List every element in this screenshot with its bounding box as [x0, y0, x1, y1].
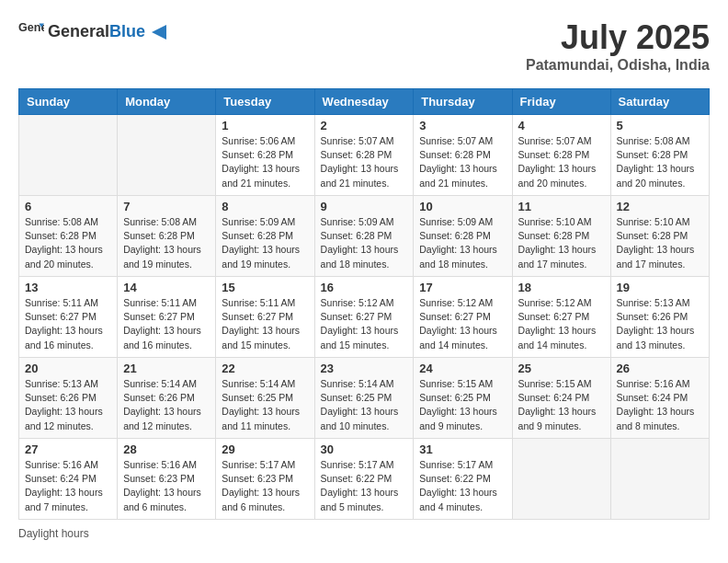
calendar-cell: 9Sunrise: 5:09 AM Sunset: 6:28 PM Daylig… — [314, 196, 414, 277]
calendar-cell — [512, 439, 610, 520]
calendar-cell — [19, 115, 118, 196]
calendar-cell: 26Sunrise: 5:16 AM Sunset: 6:24 PM Dayli… — [610, 358, 709, 439]
weekday-header: Monday — [118, 89, 216, 115]
subtitle: Patamundai, Odisha, India — [526, 57, 710, 74]
calendar-cell: 1Sunrise: 5:06 AM Sunset: 6:28 PM Daylig… — [216, 115, 314, 196]
day-info: Sunrise: 5:13 AM Sunset: 6:26 PM Dayligh… — [25, 377, 111, 433]
calendar-header: SundayMondayTuesdayWednesdayThursdayFrid… — [19, 89, 710, 115]
day-info: Sunrise: 5:09 AM Sunset: 6:28 PM Dayligh… — [321, 215, 408, 271]
day-info: Sunrise: 5:07 AM Sunset: 6:28 PM Dayligh… — [419, 134, 506, 190]
weekday-row: SundayMondayTuesdayWednesdayThursdayFrid… — [19, 89, 710, 115]
calendar-cell: 28Sunrise: 5:16 AM Sunset: 6:23 PM Dayli… — [118, 439, 216, 520]
day-info: Sunrise: 5:17 AM Sunset: 6:22 PM Dayligh… — [321, 458, 408, 514]
day-number: 6 — [25, 200, 111, 213]
calendar-cell: 20Sunrise: 5:13 AM Sunset: 6:26 PM Dayli… — [19, 358, 118, 439]
day-number: 26 — [617, 362, 703, 375]
weekday-header: Friday — [512, 89, 610, 115]
calendar-week-row: 27Sunrise: 5:16 AM Sunset: 6:24 PM Dayli… — [19, 439, 710, 520]
day-info: Sunrise: 5:16 AM Sunset: 6:24 PM Dayligh… — [25, 458, 111, 514]
calendar-cell — [610, 439, 709, 520]
calendar-cell: 30Sunrise: 5:17 AM Sunset: 6:22 PM Dayli… — [314, 439, 414, 520]
daylight-label: Daylight hours — [18, 527, 89, 540]
calendar-cell: 29Sunrise: 5:17 AM Sunset: 6:23 PM Dayli… — [216, 439, 314, 520]
day-number: 2 — [321, 119, 408, 132]
day-number: 29 — [222, 442, 308, 456]
day-info: Sunrise: 5:16 AM Sunset: 6:23 PM Dayligh… — [123, 458, 210, 514]
day-info: Sunrise: 5:08 AM Sunset: 6:28 PM Dayligh… — [617, 134, 703, 190]
day-number: 12 — [617, 200, 703, 213]
day-number: 14 — [123, 281, 210, 294]
calendar-cell: 11Sunrise: 5:10 AM Sunset: 6:28 PM Dayli… — [512, 196, 610, 277]
day-info: Sunrise: 5:12 AM Sunset: 6:27 PM Dayligh… — [518, 296, 605, 352]
calendar-cell: 3Sunrise: 5:07 AM Sunset: 6:28 PM Daylig… — [414, 115, 512, 196]
calendar-week-row: 20Sunrise: 5:13 AM Sunset: 6:26 PM Dayli… — [19, 358, 710, 439]
calendar-cell — [118, 115, 216, 196]
day-info: Sunrise: 5:14 AM Sunset: 6:25 PM Dayligh… — [321, 377, 408, 433]
calendar-cell: 19Sunrise: 5:13 AM Sunset: 6:26 PM Dayli… — [610, 277, 709, 358]
day-number: 5 — [617, 119, 703, 132]
logo-text-general: General — [48, 22, 109, 40]
calendar-body: 1Sunrise: 5:06 AM Sunset: 6:28 PM Daylig… — [19, 115, 710, 520]
day-number: 18 — [518, 281, 605, 294]
day-info: Sunrise: 5:11 AM Sunset: 6:27 PM Dayligh… — [25, 296, 111, 352]
day-number: 31 — [419, 442, 506, 456]
day-info: Sunrise: 5:09 AM Sunset: 6:28 PM Dayligh… — [222, 215, 308, 271]
page-header: General GeneralBlue July 2025 Patamundai… — [18, 18, 710, 74]
calendar-cell: 18Sunrise: 5:12 AM Sunset: 6:27 PM Dayli… — [512, 277, 610, 358]
day-number: 10 — [419, 200, 506, 213]
day-info: Sunrise: 5:08 AM Sunset: 6:28 PM Dayligh… — [123, 215, 210, 271]
main-title: July 2025 — [526, 18, 710, 57]
calendar-cell: 13Sunrise: 5:11 AM Sunset: 6:27 PM Dayli… — [19, 277, 118, 358]
day-number: 8 — [222, 200, 308, 213]
day-info: Sunrise: 5:15 AM Sunset: 6:25 PM Dayligh… — [419, 377, 506, 433]
day-info: Sunrise: 5:11 AM Sunset: 6:27 PM Dayligh… — [222, 296, 308, 352]
day-info: Sunrise: 5:17 AM Sunset: 6:23 PM Dayligh… — [222, 458, 308, 514]
day-number: 17 — [419, 281, 506, 294]
day-info: Sunrise: 5:07 AM Sunset: 6:28 PM Dayligh… — [518, 134, 605, 190]
calendar-cell: 31Sunrise: 5:17 AM Sunset: 6:22 PM Dayli… — [414, 439, 512, 520]
weekday-header: Wednesday — [314, 89, 414, 115]
logo: General GeneralBlue — [18, 18, 166, 44]
calendar-week-row: 6Sunrise: 5:08 AM Sunset: 6:28 PM Daylig… — [19, 196, 710, 277]
calendar-cell: 5Sunrise: 5:08 AM Sunset: 6:28 PM Daylig… — [610, 115, 709, 196]
day-number: 1 — [222, 119, 308, 132]
logo-triangle-icon — [152, 25, 166, 40]
calendar-cell: 2Sunrise: 5:07 AM Sunset: 6:28 PM Daylig… — [314, 115, 414, 196]
calendar-cell: 16Sunrise: 5:12 AM Sunset: 6:27 PM Dayli… — [314, 277, 414, 358]
calendar-cell: 17Sunrise: 5:12 AM Sunset: 6:27 PM Dayli… — [414, 277, 512, 358]
day-info: Sunrise: 5:14 AM Sunset: 6:25 PM Dayligh… — [222, 377, 308, 433]
day-number: 23 — [321, 362, 408, 375]
day-number: 24 — [419, 362, 506, 375]
day-number: 25 — [518, 362, 605, 375]
calendar-cell: 6Sunrise: 5:08 AM Sunset: 6:28 PM Daylig… — [19, 196, 118, 277]
calendar-cell: 21Sunrise: 5:14 AM Sunset: 6:26 PM Dayli… — [118, 358, 216, 439]
logo-icon: General — [18, 18, 44, 44]
day-info: Sunrise: 5:13 AM Sunset: 6:26 PM Dayligh… — [617, 296, 703, 352]
logo-text-blue: Blue — [109, 22, 145, 40]
calendar-week-row: 13Sunrise: 5:11 AM Sunset: 6:27 PM Dayli… — [19, 277, 710, 358]
day-info: Sunrise: 5:11 AM Sunset: 6:27 PM Dayligh… — [123, 296, 210, 352]
day-info: Sunrise: 5:10 AM Sunset: 6:28 PM Dayligh… — [518, 215, 605, 271]
day-info: Sunrise: 5:06 AM Sunset: 6:28 PM Dayligh… — [222, 134, 308, 190]
footer: Daylight hours — [18, 527, 710, 540]
calendar-week-row: 1Sunrise: 5:06 AM Sunset: 6:28 PM Daylig… — [19, 115, 710, 196]
svg-marker-2 — [152, 25, 166, 40]
day-number: 22 — [222, 362, 308, 375]
calendar-cell: 27Sunrise: 5:16 AM Sunset: 6:24 PM Dayli… — [19, 439, 118, 520]
day-info: Sunrise: 5:10 AM Sunset: 6:28 PM Dayligh… — [617, 215, 703, 271]
day-info: Sunrise: 5:16 AM Sunset: 6:24 PM Dayligh… — [617, 377, 703, 433]
day-number: 3 — [419, 119, 506, 132]
weekday-header: Thursday — [414, 89, 512, 115]
day-number: 20 — [25, 362, 111, 375]
weekday-header: Sunday — [19, 89, 118, 115]
day-info: Sunrise: 5:07 AM Sunset: 6:28 PM Dayligh… — [321, 134, 408, 190]
calendar-cell: 23Sunrise: 5:14 AM Sunset: 6:25 PM Dayli… — [314, 358, 414, 439]
calendar-cell: 22Sunrise: 5:14 AM Sunset: 6:25 PM Dayli… — [216, 358, 314, 439]
day-info: Sunrise: 5:12 AM Sunset: 6:27 PM Dayligh… — [321, 296, 408, 352]
calendar-cell: 8Sunrise: 5:09 AM Sunset: 6:28 PM Daylig… — [216, 196, 314, 277]
day-number: 30 — [321, 442, 408, 456]
calendar-cell: 15Sunrise: 5:11 AM Sunset: 6:27 PM Dayli… — [216, 277, 314, 358]
calendar-cell: 14Sunrise: 5:11 AM Sunset: 6:27 PM Dayli… — [118, 277, 216, 358]
day-number: 7 — [123, 200, 210, 213]
day-number: 21 — [123, 362, 210, 375]
